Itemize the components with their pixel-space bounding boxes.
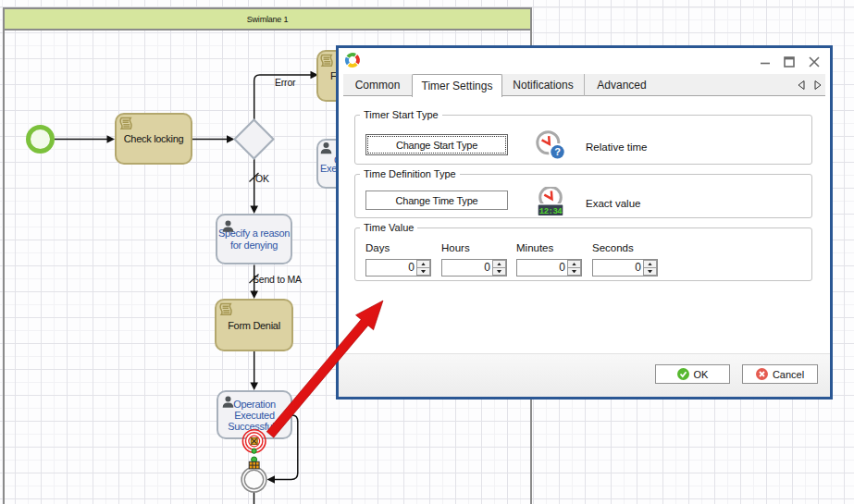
svg-text:12:34: 12:34 [539,207,563,216]
svg-text:?: ? [554,146,561,157]
